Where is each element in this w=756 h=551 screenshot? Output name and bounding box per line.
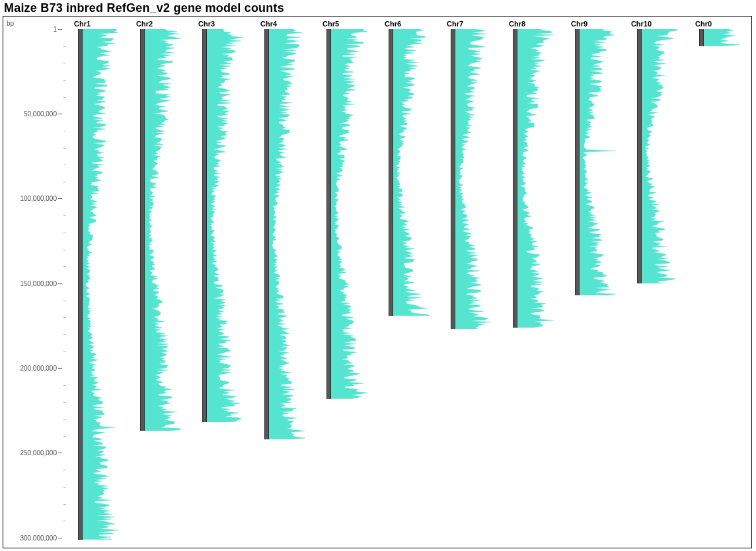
y-minor-tick <box>63 182 66 182</box>
y-minor-tick <box>63 402 66 403</box>
y-tick-label: 300,000,000 <box>4 534 57 542</box>
y-tick: 250,000,000 <box>4 450 57 457</box>
chromosome-chr3: Chr3 <box>202 29 246 422</box>
density-track <box>455 29 493 329</box>
chromosome-chr2: Chr2 <box>140 29 184 431</box>
chromosome-chr0: Chr0 <box>699 29 743 46</box>
y-minor-tick <box>63 334 66 335</box>
chromosome-chr10: Chr10 <box>637 29 681 283</box>
chromosome-label: Chr6 <box>367 20 420 28</box>
y-minor-tick <box>63 148 66 149</box>
chromosome-label: Chr5 <box>305 20 358 28</box>
chromosome-label: Chr2 <box>118 20 171 28</box>
chromosome-bar <box>513 29 517 328</box>
density-track <box>269 29 307 439</box>
y-minor-tick <box>63 165 66 165</box>
y-minor-tick <box>63 419 66 420</box>
y-minor-tick <box>63 521 66 521</box>
y-tick-mark <box>58 538 62 538</box>
chromosome-bar <box>264 29 269 439</box>
chromosome-chr5: Chr5 <box>326 29 370 399</box>
y-minor-tick <box>63 470 66 470</box>
y-tick-label: 50,000,000 <box>4 110 57 118</box>
y-tick-mark <box>58 368 62 369</box>
chromosome-bar <box>451 29 455 329</box>
y-minor-tick <box>63 351 66 352</box>
chromosome-chr4: Chr4 <box>264 29 308 439</box>
density-track <box>145 29 182 431</box>
chromosome-chr9: Chr9 <box>575 29 619 295</box>
density-track <box>704 29 741 46</box>
chromosome-label: Chr7 <box>429 20 482 28</box>
y-minor-tick <box>63 63 66 63</box>
density-track <box>83 29 120 540</box>
y-tick: 50,000,000 <box>4 110 57 117</box>
y-minor-tick <box>63 80 66 81</box>
y-tick-label: 250,000,000 <box>4 449 57 457</box>
y-minor-tick <box>63 436 66 437</box>
y-minor-tick <box>63 46 66 47</box>
y-minor-tick <box>63 233 66 233</box>
chromosome-chr8: Chr8 <box>513 29 556 328</box>
y-minor-tick <box>63 504 66 505</box>
y-tick-mark <box>58 198 62 199</box>
chromosome-label: Chr10 <box>615 20 668 28</box>
chromosome-bar <box>699 29 704 46</box>
chromosome-label: Chr4 <box>243 20 295 28</box>
y-tick: 200,000,000 <box>4 365 57 371</box>
y-axis: 150,000,000100,000,000150,000,000200,000… <box>4 0 66 544</box>
y-tick: 300,000,000 <box>4 534 57 541</box>
y-minor-tick <box>63 250 66 250</box>
y-tick-label: 150,000,000 <box>4 280 57 287</box>
chromosome-chr6: Chr6 <box>389 29 432 316</box>
chromosome-bar <box>575 29 580 295</box>
y-minor-tick <box>63 487 66 488</box>
density-track <box>580 29 617 295</box>
chromosome-chr1: Chr1 <box>78 29 122 540</box>
chromosome-label: Chr3 <box>180 20 233 28</box>
y-tick: 1 <box>4 26 57 32</box>
y-tick-label: 200,000,000 <box>4 365 57 372</box>
y-tick: 100,000,000 <box>4 196 57 202</box>
y-tick-label: 100,000,000 <box>4 195 57 202</box>
y-tick-mark <box>58 114 62 114</box>
density-track <box>393 29 431 316</box>
chromosome-label: Chr8 <box>491 20 544 28</box>
y-tick-mark <box>58 29 62 30</box>
chromosome-label: Chr0 <box>677 20 730 28</box>
chromosome-bar <box>202 29 207 422</box>
y-tick: 150,000,000 <box>4 280 57 287</box>
density-track <box>642 29 679 283</box>
density-track <box>207 29 245 422</box>
chromosome-label: Chr1 <box>56 20 109 28</box>
density-track <box>331 29 369 399</box>
chromosome-bar <box>389 29 393 316</box>
y-minor-tick <box>63 131 66 131</box>
y-minor-tick <box>63 215 66 216</box>
chromosome-bar <box>140 29 145 431</box>
y-minor-tick <box>63 266 66 267</box>
chromosome-label: Chr9 <box>553 20 606 28</box>
y-tick-mark <box>58 453 62 453</box>
chromosome-bar <box>326 29 331 399</box>
chromosome-chr7: Chr7 <box>451 29 494 329</box>
y-minor-tick <box>63 317 66 318</box>
chromosome-bar <box>78 29 83 540</box>
y-minor-tick <box>63 385 66 386</box>
y-tick-label: 1 <box>4 26 57 33</box>
chromosome-bar <box>637 29 642 283</box>
y-minor-tick <box>63 301 66 301</box>
density-track <box>517 29 555 328</box>
y-minor-tick <box>63 97 66 98</box>
y-tick-mark <box>58 283 62 284</box>
